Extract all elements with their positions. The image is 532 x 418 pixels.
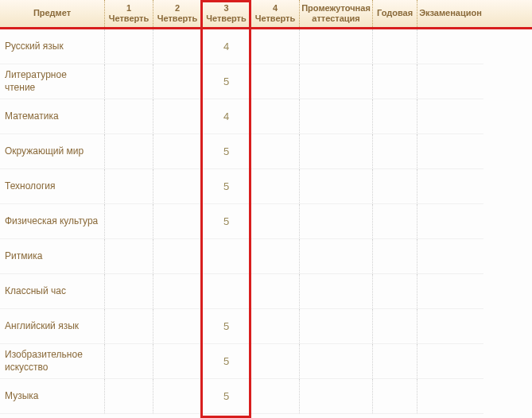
grade-cell-q1 xyxy=(104,134,153,169)
grade-cell-q2 xyxy=(153,29,201,64)
grade-cell-exam xyxy=(417,29,483,64)
subject-cell: Ритмика xyxy=(0,239,104,274)
grade-cell-q4 xyxy=(250,64,299,99)
header-subject[interactable]: Предмет xyxy=(0,0,104,27)
grade-cell-year xyxy=(372,29,417,64)
grade-cell-q1 xyxy=(104,379,153,414)
grade-cell-q2 xyxy=(153,169,201,204)
grade-cell-exam xyxy=(417,379,483,414)
grade-cell-q4 xyxy=(250,169,299,204)
table-row: Изобразительное искусство5 xyxy=(0,344,532,379)
header-inter[interactable]: Промежуточнаяаттестация xyxy=(299,0,372,27)
grade-cell-q3: 4 xyxy=(201,29,250,64)
grade-cell-q3 xyxy=(201,274,250,309)
grade-cell-inter xyxy=(299,64,372,99)
grade-cell-q1 xyxy=(104,309,153,344)
grade-cell-q3: 5 xyxy=(201,64,250,99)
grade-cell-q2 xyxy=(153,274,201,309)
grades-table-container: Предмет 1Четверть 2Четверть 3Четверть 4Ч… xyxy=(0,0,532,418)
grade-cell-q1 xyxy=(104,29,153,64)
subject-cell: Литературное чтение xyxy=(0,64,104,99)
grade-cell-inter xyxy=(299,274,372,309)
grade-cell-q1 xyxy=(104,99,153,134)
grade-cell-year xyxy=(372,274,417,309)
grade-cell-q4 xyxy=(250,134,299,169)
grade-cell-year xyxy=(372,134,417,169)
header-q3[interactable]: 3Четверть xyxy=(201,0,250,27)
subject-cell: Русский язык xyxy=(0,29,104,64)
grade-cell-exam xyxy=(417,309,483,344)
grade-cell-inter xyxy=(299,344,372,379)
grade-cell-q3 xyxy=(201,239,250,274)
grade-cell-year xyxy=(372,64,417,99)
grade-cell-q2 xyxy=(153,99,201,134)
table-header-row: Предмет 1Четверть 2Четверть 3Четверть 4Ч… xyxy=(0,0,532,29)
grades-table: Предмет 1Четверть 2Четверть 3Четверть 4Ч… xyxy=(0,0,532,414)
grade-cell-q1 xyxy=(104,204,153,239)
grade-cell-q2 xyxy=(153,344,201,379)
grade-cell-inter xyxy=(299,134,372,169)
subject-cell: Английский язык xyxy=(0,309,104,344)
grade-cell-q4 xyxy=(250,274,299,309)
header-exam[interactable]: Экзаменацион xyxy=(417,0,483,27)
grade-cell-q2 xyxy=(153,239,201,274)
grade-cell-q4 xyxy=(250,204,299,239)
grade-cell-inter xyxy=(299,169,372,204)
grade-cell-q4 xyxy=(250,344,299,379)
grade-cell-q2 xyxy=(153,379,201,414)
grade-cell-inter xyxy=(299,379,372,414)
grade-cell-q3: 5 xyxy=(201,309,250,344)
grade-cell-exam xyxy=(417,134,483,169)
grade-cell-year xyxy=(372,379,417,414)
grade-cell-q3: 5 xyxy=(201,344,250,379)
grade-cell-q4 xyxy=(250,29,299,64)
grade-cell-inter xyxy=(299,204,372,239)
subject-cell: Музыка xyxy=(0,379,104,414)
grade-cell-q4 xyxy=(250,99,299,134)
grade-cell-inter xyxy=(299,99,372,134)
grade-cell-q3: 5 xyxy=(201,379,250,414)
grade-cell-exam xyxy=(417,64,483,99)
grade-cell-exam xyxy=(417,99,483,134)
grade-cell-q1 xyxy=(104,169,153,204)
subject-cell: Физическая культура xyxy=(0,204,104,239)
subject-cell: Классный час xyxy=(0,274,104,309)
header-q2[interactable]: 2Четверть xyxy=(153,0,201,27)
header-q1[interactable]: 1Четверть xyxy=(104,0,153,27)
grade-cell-q2 xyxy=(153,309,201,344)
table-row: Математика4 xyxy=(0,99,532,134)
grade-cell-q3: 5 xyxy=(201,204,250,239)
subject-cell: Изобразительное искусство xyxy=(0,344,104,379)
table-row: Русский язык4 xyxy=(0,29,532,64)
grade-cell-exam xyxy=(417,344,483,379)
header-q4[interactable]: 4Четверть xyxy=(250,0,299,27)
table-row: Технология5 xyxy=(0,169,532,204)
grade-cell-q1 xyxy=(104,239,153,274)
table-row: Классный час xyxy=(0,274,532,309)
grade-cell-exam xyxy=(417,274,483,309)
grade-cell-inter xyxy=(299,29,372,64)
grade-cell-exam xyxy=(417,169,483,204)
grade-cell-q4 xyxy=(250,379,299,414)
grade-cell-year xyxy=(372,309,417,344)
grade-cell-q2 xyxy=(153,204,201,239)
table-row: Английский язык5 xyxy=(0,309,532,344)
grade-cell-q1 xyxy=(104,64,153,99)
grade-cell-q3: 4 xyxy=(201,99,250,134)
header-year[interactable]: Годовая xyxy=(372,0,417,27)
table-row: Физическая культура5 xyxy=(0,204,532,239)
grade-cell-year xyxy=(372,204,417,239)
grade-cell-q4 xyxy=(250,239,299,274)
grade-cell-year xyxy=(372,169,417,204)
subject-cell: Математика xyxy=(0,99,104,134)
grade-cell-q4 xyxy=(250,309,299,344)
grade-cell-inter xyxy=(299,239,372,274)
grade-cell-q1 xyxy=(104,274,153,309)
grade-cell-inter xyxy=(299,309,372,344)
grade-cell-year xyxy=(372,239,417,274)
grade-cell-q2 xyxy=(153,64,201,99)
grade-cell-year xyxy=(372,344,417,379)
grade-cell-q3: 5 xyxy=(201,169,250,204)
grade-cell-exam xyxy=(417,204,483,239)
table-row: Литературное чтение5 xyxy=(0,64,532,99)
